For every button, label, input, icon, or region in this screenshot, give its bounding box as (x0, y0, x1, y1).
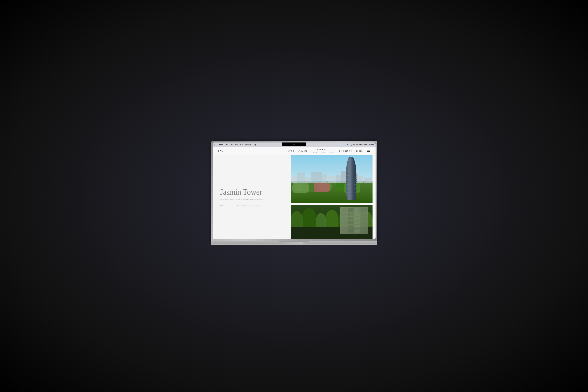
nav-link-community[interactable]: COMMUNITY (317, 149, 329, 151)
wifi-icon[interactable]: ⊗ (347, 144, 348, 146)
hamburger-line-1 (367, 150, 370, 151)
macbook-base (211, 241, 377, 245)
svg-rect-1 (348, 160, 349, 198)
nav-link-decor[interactable]: DECOR (356, 150, 363, 152)
search-icon[interactable]: 🔍 (350, 144, 352, 146)
left-panel: Jasmin Tower Harmoniously blends aesthet… (213, 155, 291, 239)
nav-link-ateliers[interactable]: ATELIERS (298, 150, 307, 152)
main-content: Jasmin Tower Harmoniously blends aesthet… (213, 155, 376, 239)
macbook-laptop:  Finder File Edit View Go Window Help ⊗… (211, 141, 377, 251)
menubar-time: Mon Jun 5 9:41 AM (359, 144, 374, 146)
hamburger-menu[interactable] (367, 150, 371, 152)
image-gap (291, 203, 373, 206)
macbook-lid:  Finder File Edit View Go Window Help ⊗… (211, 141, 377, 241)
right-panel: 01 ▲ ▼ (291, 155, 376, 239)
menubar-edit[interactable]: Edit (230, 144, 233, 146)
nav-sub-link-interior[interactable]: Interior (320, 152, 325, 153)
nav-sub-link-project[interactable]: Project (312, 152, 317, 153)
menubar-left:  Finder File Edit View Go Window Help (214, 144, 256, 146)
menubar-window[interactable]: Window (245, 144, 251, 146)
scroll-indicator: 01 ▲ ▼ (373, 194, 376, 200)
macbook-hinge (279, 241, 309, 242)
project-meta: RPA Residential . Structure . Sustainabi… (220, 205, 283, 206)
project-description: Harmoniously blends aesthetic appeal wit… (220, 199, 283, 200)
camera-dot (293, 144, 295, 145)
scroll-up-button[interactable]: ▲ (373, 196, 375, 198)
hamburger-line-2 (367, 151, 370, 152)
nav: RPA LIVING ATELIERS COMMUNITY Project In… (213, 147, 376, 155)
apple-menu[interactable]:  (214, 144, 215, 146)
battery-icon[interactable]: ▭ (356, 144, 358, 146)
project-title: Jasmin Tower (220, 188, 283, 196)
menubar-help[interactable]: Help (253, 144, 256, 146)
scroll-number: 01 (373, 194, 375, 195)
menubar-finder[interactable]: Finder (218, 144, 223, 146)
app-window: RPA LIVING ATELIERS COMMUNITY Project In… (213, 147, 376, 239)
menubar-go[interactable]: Go (240, 144, 243, 146)
tower-image (291, 155, 373, 203)
second-image (291, 206, 373, 239)
nav-links: LIVING ATELIERS COMMUNITY Project Interi… (288, 149, 363, 153)
nav-sub-link-furniture[interactable]: Furniture (328, 152, 335, 153)
background-building (340, 207, 369, 234)
camera-notch (282, 142, 306, 146)
nav-logo[interactable]: RPA (217, 150, 223, 152)
website: RPA LIVING ATELIERS COMMUNITY Project In… (213, 147, 376, 239)
nav-link-engineering[interactable]: ENGINEERING (339, 150, 352, 152)
scroll-down-button[interactable]: ▼ (373, 199, 375, 200)
menubar-file[interactable]: File (225, 144, 228, 146)
meta-label: RPA (220, 205, 223, 206)
menubar-view[interactable]: View (235, 144, 238, 146)
control-icon[interactable]: ◉ (353, 144, 355, 146)
trackpad[interactable] (285, 242, 303, 244)
meta-tags: Residential . Structure . Sustainability (237, 205, 260, 206)
nav-link-living[interactable]: LIVING (288, 150, 294, 152)
screen-bezel:  Finder File Edit View Go Window Help ⊗… (213, 142, 376, 239)
menubar-right: ⊗ 🔍 ◉ ▭ Mon Jun 5 9:41 AM (347, 144, 374, 146)
tower-svg (334, 156, 369, 200)
